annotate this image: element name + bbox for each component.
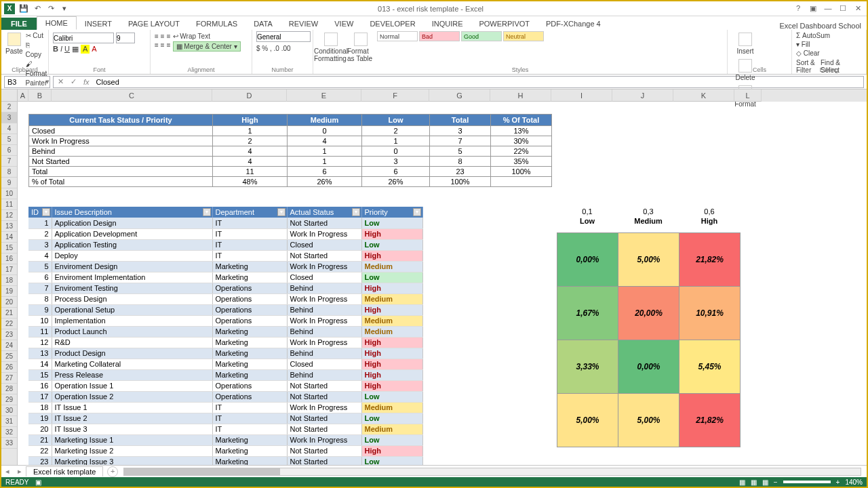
align-mid-icon[interactable]: ≡ (161, 33, 165, 40)
align-left-icon[interactable]: ≡ (155, 41, 159, 52)
cancel-icon[interactable]: ✕ (58, 77, 64, 86)
format-table-button[interactable]: Format as Table (347, 31, 374, 62)
percent-icon[interactable]: % (262, 45, 268, 52)
table-row[interactable]: 8Process DesignOperationsWork In Progres… (28, 293, 422, 304)
undo-icon[interactable]: ↶ (33, 4, 42, 14)
table-row[interactable]: 7Enviroment TestingOperationsBehindHigh (28, 283, 422, 293)
align-top-icon[interactable]: ≡ (155, 33, 159, 40)
underline-button[interactable]: U (64, 45, 70, 54)
wrap-text-button[interactable]: ↩ Wrap Text (173, 33, 210, 40)
clear-button[interactable]: ◇ Clear (796, 49, 862, 58)
dec-decimal-icon[interactable]: .00 (281, 45, 291, 52)
zoom-level[interactable]: 140% (845, 479, 863, 486)
table-row[interactable]: 1Application DesignITNot StartedLow (28, 218, 422, 228)
table-row[interactable]: 18IT Issue 1ITWork In ProgressMedium (28, 402, 422, 413)
save-icon[interactable]: 💾 (19, 4, 28, 14)
align-bot-icon[interactable]: ≡ (167, 33, 171, 40)
view-normal-icon[interactable]: ▦ (739, 479, 745, 486)
table-row[interactable]: 5Enviroment DesignMarketingWork In Progr… (28, 261, 422, 272)
filter-dropdown-icon[interactable]: ▾ (413, 208, 421, 216)
ribbon-tab-review[interactable]: REVIEW (281, 18, 326, 30)
copy-button[interactable]: ⎘ Copy (26, 41, 47, 60)
table-row[interactable]: 17Operation Issue 2OperationsNot Started… (28, 391, 422, 402)
view-break-icon[interactable]: ▦ (762, 479, 768, 486)
fx-icon[interactable]: fx (83, 78, 90, 86)
table-row[interactable]: 19IT Issue 2ITNot StartedLow (28, 413, 422, 424)
table-row[interactable]: 22Marketing Issue 2MarketingNot StartedH… (28, 445, 422, 456)
align-right-icon[interactable]: ≡ (167, 41, 171, 52)
bold-button[interactable]: B (53, 45, 58, 54)
table-row[interactable]: 13Product DesignMarketingBehindHigh (28, 348, 422, 359)
ribbon-tab-file[interactable]: FILE (1, 18, 37, 30)
table-row[interactable]: 10ImplementationOperationsWork In Progre… (28, 315, 422, 326)
table-row[interactable]: 20IT Issue 3ITNot StartedMedium (28, 424, 422, 434)
font-name-input[interactable] (53, 33, 114, 43)
table-row[interactable]: 9Operational SetupOperationsBehindHigh (28, 304, 422, 315)
fill-color-button[interactable]: A (81, 45, 90, 54)
table-row[interactable]: 2Application DevelopmentITWork In Progre… (28, 228, 422, 239)
comma-icon[interactable]: , (270, 45, 272, 52)
sheet-nav-prev-icon[interactable]: ◂ (1, 467, 14, 476)
zoom-out-icon[interactable]: − (774, 479, 778, 486)
ribbon-tab-home[interactable]: HOME (37, 16, 77, 30)
redo-icon[interactable]: ↷ (46, 4, 56, 14)
filter-dropdown-icon[interactable]: ▾ (42, 208, 50, 216)
style-good[interactable]: Good (461, 31, 502, 41)
style-normal[interactable]: Normal (377, 31, 418, 41)
merge-center-button[interactable]: ▦ Merge & Center ▾ (173, 41, 241, 52)
fill-button[interactable]: ▾ Fill (796, 40, 862, 49)
qat-dropdown-icon[interactable]: ▾ (60, 4, 69, 14)
school-link[interactable]: Excel Dashboard School (780, 22, 867, 30)
filter-dropdown-icon[interactable]: ▾ (203, 208, 211, 216)
macro-record-icon[interactable]: ▣ (35, 479, 41, 486)
table-row[interactable]: 15Press ReleaseMarketingBehindHigh (28, 369, 422, 380)
style-bad[interactable]: Bad (419, 31, 460, 41)
zoom-slider[interactable] (783, 481, 831, 483)
ribbon-tab-inquire[interactable]: INQUIRE (424, 18, 471, 30)
ribbon-display-icon[interactable]: ▣ (807, 4, 819, 13)
add-sheet-button[interactable]: + (107, 466, 118, 477)
formula-input[interactable]: Closed (96, 78, 119, 86)
font-size-input[interactable] (116, 33, 135, 43)
number-format-select[interactable] (256, 31, 311, 42)
table-row[interactable]: 21Marketing Issue 1MarketingWork In Prog… (28, 434, 422, 445)
help-icon[interactable]: ? (792, 4, 804, 13)
font-color-button[interactable]: A (92, 45, 96, 54)
border-button[interactable]: ▦ (72, 45, 79, 54)
ribbon-tab-pdf-xchange-4[interactable]: PDF-XChange 4 (538, 18, 609, 30)
ribbon-tab-formulas[interactable]: FORMULAS (188, 18, 245, 30)
format-painter-button[interactable]: 🖌 Format Painter (26, 60, 47, 88)
table-row[interactable]: 4DeployITNot StartedHigh (28, 250, 422, 261)
table-row[interactable]: 3Application TestingITClosedLow (28, 239, 422, 250)
column-headers[interactable]: ABCDEFGHIJKL (18, 89, 867, 102)
table-row[interactable]: 16Operation Issue 1OperationsNot Started… (28, 380, 422, 391)
cond-format-button[interactable]: Conditional Formatting (317, 31, 344, 62)
filter-dropdown-icon[interactable]: ▾ (277, 208, 285, 216)
table-row[interactable]: 11Product LaunchMarketingBehindMedium (28, 326, 422, 337)
italic-button[interactable]: I (60, 45, 62, 54)
ribbon-tab-developer[interactable]: DEVELOPER (361, 18, 423, 30)
zoom-in-icon[interactable]: + (836, 479, 840, 486)
align-center-icon[interactable]: ≡ (161, 41, 165, 52)
table-row[interactable]: 14Marketing CollateralMarketingClosedHig… (28, 359, 422, 369)
filter-dropdown-icon[interactable]: ▾ (352, 208, 360, 216)
currency-icon[interactable]: $ (256, 45, 260, 52)
ribbon-tab-view[interactable]: VIEW (326, 18, 361, 30)
paste-button[interactable]: Paste (5, 31, 23, 88)
close-icon[interactable]: ✕ (852, 4, 864, 13)
row-headers[interactable]: 2345678910111213141516171819202122232425… (1, 102, 18, 468)
sheet-tab[interactable]: Excel risk template (26, 466, 103, 476)
inc-decimal-icon[interactable]: .0 (274, 45, 279, 52)
table-row[interactable]: 12R&DMarketingWork In ProgressHigh (28, 337, 422, 348)
ribbon-tab-insert[interactable]: INSERT (77, 18, 120, 30)
horizontal-scrollbar[interactable] (123, 468, 861, 476)
minimize-icon[interactable]: — (822, 4, 834, 13)
ribbon-tab-page-layout[interactable]: PAGE LAYOUT (120, 18, 188, 30)
ribbon-tab-powerpivot[interactable]: POWERPIVOT (471, 18, 538, 30)
sheet-nav-next-icon[interactable]: ▸ (14, 467, 26, 476)
table-row[interactable]: 6Enviroment ImplementationMarketingClose… (28, 272, 422, 283)
ribbon-tab-data[interactable]: DATA (245, 18, 281, 30)
style-neutral[interactable]: Neutral (503, 31, 544, 41)
insert-button[interactable]: Insert (732, 31, 759, 55)
maximize-icon[interactable]: ☐ (837, 4, 849, 13)
